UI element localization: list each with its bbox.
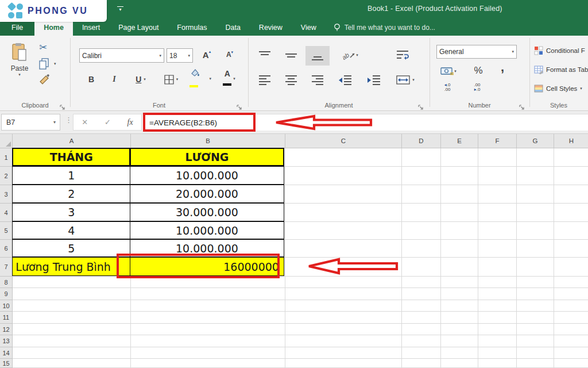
row-header-4[interactable]: 4	[0, 204, 13, 222]
column-header-G[interactable]: G	[517, 134, 554, 148]
font-name-value: Calibri	[82, 52, 102, 60]
align-right-button[interactable]	[309, 72, 326, 87]
result-annotation-box	[117, 254, 280, 278]
top-align-button[interactable]	[256, 48, 273, 63]
italic-button[interactable]: I	[108, 72, 121, 86]
gridline	[13, 358, 588, 359]
format-painter-icon[interactable]	[38, 74, 51, 89]
format-as-table-button[interactable]: Format as Tab	[534, 65, 588, 74]
font-name-combo[interactable]: Calibri ▾	[79, 48, 164, 63]
cell-B5[interactable]: 10.000.000	[130, 221, 284, 239]
tab-formulas[interactable]: Formulas	[168, 19, 216, 36]
percent-style-button[interactable]: %	[471, 63, 486, 78]
column-header-F[interactable]: F	[478, 134, 517, 148]
merge-center-caret-icon: ▾	[412, 78, 415, 82]
increase-decimal-button[interactable]: ◂.0.00	[438, 83, 457, 95]
increase-font-size-button[interactable]: A▴	[199, 47, 215, 62]
decrease-indent-button[interactable]	[335, 72, 355, 87]
row-header-12[interactable]: 12	[0, 324, 13, 335]
row-header-11[interactable]: 11	[0, 312, 13, 324]
cell-A1[interactable]: THÁNG	[12, 148, 130, 166]
font-dialog-launcher[interactable]	[237, 102, 242, 108]
clipboard-dialog-launcher[interactable]	[60, 102, 65, 108]
cut-icon[interactable]: ✂	[39, 41, 47, 53]
column-header-C[interactable]: C	[285, 134, 402, 148]
format-as-table-label: Format as Tab	[546, 66, 588, 73]
font-size-combo[interactable]: 18 ▾	[167, 48, 193, 63]
name-box[interactable]: B7 ▾	[1, 114, 60, 131]
row-header-5[interactable]: 5	[0, 222, 13, 240]
worksheet: ABCDEFGH 123456789101112131415 THÁNGLƯƠN…	[0, 134, 588, 368]
font-color-button[interactable]: A ▾	[218, 70, 240, 87]
group-alignment: ab ▾	[248, 36, 430, 110]
increase-indent-button[interactable]	[364, 72, 384, 87]
cell-B3[interactable]: 20.000.000	[130, 185, 284, 203]
decrease-decimal-button[interactable]: .00▸.0	[467, 83, 487, 95]
cell-styles-button[interactable]: Cell Styles ▾	[534, 84, 582, 93]
alignment-dialog-launcher[interactable]	[418, 102, 424, 108]
bold-button[interactable]: B	[85, 72, 98, 86]
tell-me-box[interactable]: Tell me what you want to do...	[334, 19, 435, 36]
cell-B1[interactable]: LƯƠNG	[130, 148, 284, 166]
row-header-2[interactable]: 2	[0, 167, 13, 185]
accounting-format-button[interactable]: ▾	[436, 64, 461, 78]
paste-button[interactable]: Paste ▾	[7, 43, 32, 77]
cell-A5[interactable]: 4	[12, 221, 130, 239]
conditional-formatting-button[interactable]: Conditional F	[534, 46, 585, 55]
number-format-combo[interactable]: General ▾	[436, 45, 517, 59]
cell-A7[interactable]: Lương Trung Bình	[12, 257, 130, 276]
underline-button[interactable]: U ▾	[131, 72, 150, 86]
column-header-D[interactable]: D	[402, 134, 441, 148]
group-font: Calibri ▾ 18 ▾ A▴ A▾ B I U ▾ ▾	[70, 36, 248, 110]
select-all-corner[interactable]	[0, 134, 13, 148]
cancel-formula-icon[interactable]: ✕	[82, 118, 88, 126]
cell-B2[interactable]: 10.000.000	[130, 166, 284, 185]
column-header-E[interactable]: E	[441, 134, 478, 148]
column-header-A[interactable]: A	[13, 134, 131, 148]
tab-view[interactable]: View	[292, 19, 326, 36]
row-header-3[interactable]: 3	[0, 185, 13, 204]
formula-bar-grip[interactable]: ⋮	[65, 116, 72, 124]
orientation-button[interactable]: ab ▾	[338, 47, 363, 63]
row-header-9[interactable]: 9	[0, 288, 13, 300]
tab-review[interactable]: Review	[250, 19, 292, 36]
comma-style-button[interactable]: ,	[496, 60, 509, 75]
borders-button[interactable]: ▾	[161, 72, 181, 86]
row-header-1[interactable]: 1	[0, 148, 13, 167]
number-dialog-launcher[interactable]	[519, 102, 525, 108]
cell-B4[interactable]: 30.000.000	[130, 203, 284, 221]
row-header-13[interactable]: 13	[0, 335, 13, 347]
tell-me-label: Tell me what you want to do...	[345, 24, 435, 32]
align-left-button[interactable]	[256, 72, 273, 87]
merge-center-button[interactable]: ▾	[392, 72, 419, 87]
copy-icon[interactable]	[38, 57, 51, 72]
fill-color-button[interactable]: ▾	[189, 70, 211, 87]
align-center-button[interactable]	[283, 72, 300, 87]
cell-A6[interactable]: 5	[12, 239, 130, 257]
quick-access-toolbar-caret-icon[interactable]: ▾	[117, 6, 123, 12]
cell-A2[interactable]: 1	[12, 166, 130, 185]
row-header-10[interactable]: 10	[0, 300, 13, 312]
paste-label: Paste	[7, 64, 32, 72]
middle-align-button[interactable]	[283, 48, 300, 63]
copy-caret-icon[interactable]: ▾	[54, 62, 56, 66]
row-header-14[interactable]: 14	[0, 347, 13, 359]
row-header-7[interactable]: 7	[0, 258, 13, 277]
insert-function-icon[interactable]: fx	[127, 118, 133, 127]
decrease-font-size-button[interactable]: A▾	[222, 47, 238, 62]
wrap-text-button[interactable]	[393, 47, 412, 63]
tab-data[interactable]: Data	[216, 19, 249, 36]
column-header-row: ABCDEFGH	[0, 134, 588, 148]
row-header-8[interactable]: 8	[0, 277, 13, 288]
column-header-H[interactable]: H	[554, 134, 588, 148]
cell-A4[interactable]: 3	[12, 203, 130, 221]
phongvu-logo-icon	[8, 3, 23, 18]
bottom-align-button[interactable]	[305, 46, 330, 66]
enter-formula-icon[interactable]: ✓	[105, 118, 111, 126]
column-header-B[interactable]: B	[131, 134, 285, 148]
row-header-15[interactable]: 15	[0, 359, 13, 368]
row-header-6[interactable]: 6	[0, 240, 13, 258]
cell-A3[interactable]: 2	[12, 185, 130, 203]
tab-page-layout[interactable]: Page Layout	[109, 19, 168, 36]
formula-annotation-box	[143, 113, 256, 132]
